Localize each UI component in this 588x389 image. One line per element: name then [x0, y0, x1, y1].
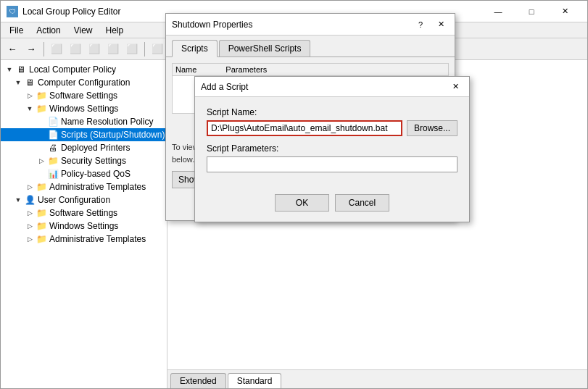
folder-windows-user-icon: 📁: [36, 220, 47, 232]
tree-label-windows-settings: Windows Settings: [49, 104, 118, 114]
user-config-icon: 👤: [24, 194, 36, 206]
menu-action[interactable]: Action: [30, 24, 66, 37]
folder-software-icon: 📁: [36, 90, 47, 101]
printer-icon: 🖨: [47, 142, 59, 154]
toolbar-btn-3[interactable]: ⬜: [86, 41, 103, 57]
tree-label-software-settings-user: Software Settings: [49, 208, 117, 218]
tab-standard[interactable]: Standard: [228, 373, 282, 388]
toolbar-btn-6[interactable]: ⬜: [149, 41, 166, 57]
expand-local-computer[interactable]: ▼: [4, 64, 15, 75]
tree-panel: ▼ 🖥 Local Computer Policy ▼ 🖥 Computer C…: [1, 60, 167, 388]
tree-item-computer-config[interactable]: ▼ 🖥 Computer Configuration: [1, 76, 167, 89]
tree-label-computer-config: Computer Configuration: [38, 78, 130, 88]
add-script-ok-button[interactable]: OK: [275, 194, 329, 212]
title-bar-buttons: — □ ✕: [481, 1, 581, 22]
shutdown-help-button[interactable]: ?: [413, 17, 428, 33]
tree-item-user-config[interactable]: ▼ 👤 User Configuration: [1, 193, 167, 206]
tree-label-admin-templates-computer: Administrative Templates: [49, 182, 146, 192]
toolbar-separator-2: [144, 42, 145, 57]
expand-computer-config[interactable]: ▼: [12, 77, 24, 88]
tree-item-windows-settings[interactable]: ▼ 📁 Windows Settings: [1, 102, 167, 115]
tree-label-qos: Policy-based QoS: [61, 169, 131, 179]
tree-item-qos[interactable]: 📊 Policy-based QoS: [1, 167, 167, 180]
script-name-row: Script Name: Browse...: [207, 107, 457, 136]
forward-button[interactable]: →: [22, 41, 40, 57]
tree-item-security-settings[interactable]: ▷ 📁 Security Settings: [1, 154, 167, 167]
menu-help[interactable]: Help: [100, 24, 130, 37]
add-script-title-bar: Add a Script ✕: [195, 77, 469, 97]
tree-item-windows-settings-user[interactable]: ▷ 📁 Windows Settings: [1, 219, 167, 233]
tree-label-name-resolution: Name Resolution Policy: [61, 117, 153, 127]
add-script-title: Add a Script: [201, 82, 447, 92]
bottom-tabs: Extended Standard: [167, 369, 587, 388]
scripts-header-name: Name: [175, 65, 196, 74]
close-button[interactable]: ✕: [548, 1, 581, 22]
expand-admin-templates-computer[interactable]: ▷: [24, 181, 36, 193]
scripts-header-params: Parameters: [225, 65, 267, 74]
tab-scripts[interactable]: Scripts: [172, 40, 218, 57]
expand-user-config[interactable]: ▼: [12, 194, 24, 206]
folder-windows-icon: 📁: [36, 103, 47, 114]
toolbar-btn-2[interactable]: ⬜: [67, 41, 84, 57]
tree-item-software-settings[interactable]: ▷ 📁 Software Settings: [1, 89, 167, 102]
folder-admin-user-icon: 📁: [36, 233, 47, 245]
add-script-dialog: Add a Script ✕ Script Name: Browse... Sc…: [194, 76, 470, 222]
script-name-label: Script Name:: [207, 107, 457, 117]
app-icon: 🛡: [7, 6, 18, 17]
tree-item-name-resolution[interactable]: 📄 Name Resolution Policy: [1, 115, 167, 128]
tree-label-scripts: Scripts (Startup/Shutdown): [61, 130, 165, 140]
toolbar-btn-1[interactable]: ⬜: [48, 41, 65, 57]
tree-label-deployed-printers: Deployed Printers: [61, 143, 130, 153]
tree-item-local-computer-policy[interactable]: ▼ 🖥 Local Computer Policy: [1, 63, 167, 76]
shutdown-title-bar: Shutdown Properties ? ✕: [166, 14, 455, 35]
expand-software-settings[interactable]: ▷: [24, 90, 36, 101]
tree-item-scripts[interactable]: 📄 Scripts (Startup/Shutdown): [1, 128, 167, 141]
doc-scripts-icon: 📄: [47, 129, 59, 141]
expand-windows-settings-user[interactable]: ▷: [24, 220, 36, 232]
expand-software-settings-user[interactable]: ▷: [24, 207, 36, 219]
tree-item-software-settings-user[interactable]: ▷ 📁 Software Settings: [1, 206, 167, 219]
scripts-table-header: Name Parameters: [173, 64, 448, 76]
toolbar-btn-4[interactable]: ⬜: [104, 41, 122, 57]
script-name-input-row: Browse...: [207, 120, 457, 136]
maximize-button[interactable]: □: [515, 1, 548, 22]
computer-icon: 🖥: [15, 64, 27, 75]
expand-scripts: [36, 129, 47, 141]
tree-label-user-config: User Configuration: [38, 195, 110, 205]
script-params-label: Script Parameters:: [207, 143, 457, 154]
doc-qos-icon: 📊: [47, 168, 59, 180]
tree-item-admin-templates-computer[interactable]: ▷ 📁 Administrative Templates: [1, 180, 167, 193]
toolbar-btn-5[interactable]: ⬜: [123, 41, 141, 57]
tab-extended[interactable]: Extended: [170, 373, 226, 388]
folder-security-icon: 📁: [47, 155, 59, 167]
expand-security-settings[interactable]: ▷: [36, 155, 47, 167]
tree-label-windows-settings-user: Windows Settings: [49, 221, 118, 231]
expand-name-resolution: [36, 116, 47, 127]
expand-windows-settings[interactable]: ▼: [24, 103, 36, 114]
tree-label-admin-templates-user: Administrative Templates: [49, 234, 146, 244]
tree-item-admin-templates-user[interactable]: ▷ 📁 Administrative Templates: [1, 233, 167, 246]
tree-label-software-settings: Software Settings: [49, 91, 117, 101]
tab-powershell-scripts[interactable]: PowerShell Scripts: [219, 40, 311, 57]
add-script-close-button[interactable]: ✕: [447, 79, 463, 95]
back-button[interactable]: ←: [4, 41, 21, 57]
menu-view[interactable]: View: [68, 24, 99, 37]
browse-button[interactable]: Browse...: [407, 120, 457, 136]
minimize-button[interactable]: —: [481, 1, 515, 22]
folder-software-user-icon: 📁: [36, 207, 47, 219]
add-script-footer: OK Cancel: [195, 188, 469, 222]
shutdown-dialog-title: Shutdown Properties: [172, 20, 408, 30]
add-script-cancel-button[interactable]: Cancel: [335, 194, 389, 212]
script-name-input[interactable]: [207, 120, 402, 136]
menu-file[interactable]: File: [4, 24, 29, 37]
tree-label-security-settings: Security Settings: [61, 156, 126, 166]
shutdown-dialog-tabs: Scripts PowerShell Scripts: [166, 35, 455, 57]
tree-item-deployed-printers[interactable]: 🖨 Deployed Printers: [1, 141, 167, 154]
folder-admin-comp-icon: 📁: [36, 181, 47, 193]
expand-deployed-printers: [36, 142, 47, 154]
toolbar-separator-1: [44, 42, 44, 57]
tree-label-local-computer: Local Computer Policy: [29, 64, 116, 75]
expand-admin-templates-user[interactable]: ▷: [24, 233, 36, 245]
script-params-input[interactable]: [207, 156, 457, 172]
shutdown-close-button[interactable]: ✕: [433, 17, 449, 33]
